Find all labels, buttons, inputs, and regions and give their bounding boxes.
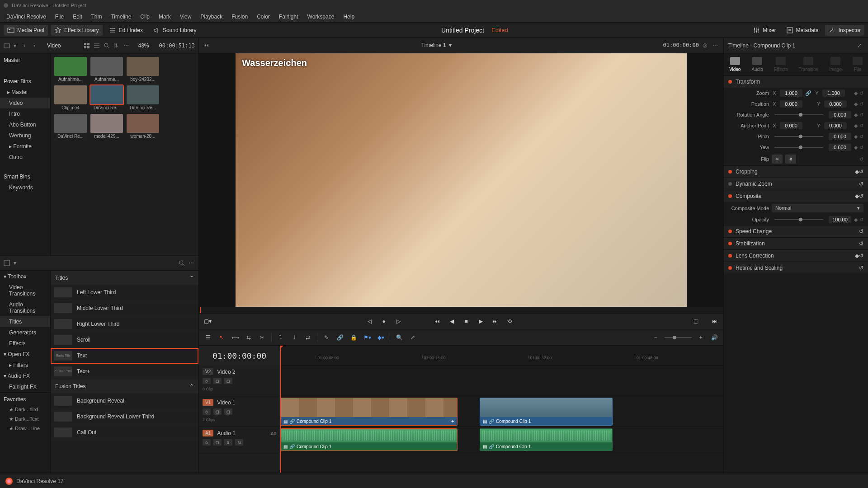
reset-icon[interactable]: ↺ <box>859 240 863 247</box>
composite-mode-select[interactable]: Normal▾ <box>772 204 863 212</box>
auto-select-icon[interactable]: ◇ <box>203 408 211 415</box>
overwrite-icon[interactable]: ⤓ <box>290 333 299 342</box>
title-preset[interactable]: Right Lower Third <box>51 316 198 332</box>
zoom-level[interactable]: 43% <box>138 42 149 49</box>
reset-icon[interactable]: ↺ <box>859 101 863 107</box>
loop-icon[interactable]: ⟲ <box>505 317 514 325</box>
fusion-title-preset[interactable]: Background Reveal Lower Third <box>51 409 198 425</box>
menu-item[interactable]: Trim <box>87 14 107 20</box>
stop-icon[interactable]: ■ <box>462 317 470 325</box>
insert-icon[interactable]: ⤵ <box>276 333 285 342</box>
pitch-slider[interactable] <box>774 136 823 137</box>
title-preset[interactable]: Middle Lower Third <box>51 300 198 316</box>
viewer-timecode[interactable]: 01:00:00:00 <box>663 42 699 48</box>
media-clip[interactable]: Clip.mp4 <box>54 85 87 110</box>
blade-tool-icon[interactable]: ✂ <box>258 333 267 342</box>
enable-toggle[interactable] <box>728 266 732 270</box>
favorite-item[interactable]: ★ Dark...Text <box>0 414 50 424</box>
edit-index-toggle[interactable]: Edit Index <box>105 25 146 36</box>
media-clip[interactable]: boy-24202... <box>127 57 159 82</box>
video-clip[interactable]: ▤🔗Compound Clip 1✦ <box>280 398 458 426</box>
video-clip[interactable]: ▤🔗Compound Clip 1 <box>480 398 613 426</box>
anchor-x-input[interactable]: 0.000 <box>780 122 802 129</box>
reset-icon[interactable]: ↺ <box>859 156 863 162</box>
menu-item[interactable]: Fairlight <box>274 14 303 20</box>
reset-icon[interactable]: ↺ <box>859 112 863 118</box>
title-preset[interactable]: Left Lower Third <box>51 285 198 300</box>
yaw-input[interactable]: 0.000 <box>829 144 851 151</box>
media-clip[interactable]: DaVinci Re... <box>54 114 87 139</box>
enable-toggle[interactable] <box>728 242 732 245</box>
smart-bins-header[interactable]: Smart Bins <box>0 170 50 182</box>
bin-video[interactable]: Video <box>0 98 50 108</box>
opacity-input[interactable]: 100.00 <box>829 216 851 223</box>
fx-video-transitions[interactable]: Video Transitions <box>0 282 50 299</box>
menu-item[interactable]: Help <box>339 14 359 20</box>
track-v1[interactable]: ▤🔗Compound Clip 1✦ ▤🔗Compound Clip 1 <box>280 396 723 427</box>
keyframe-icon[interactable]: ◆ <box>854 134 858 140</box>
timeline-ruler[interactable]: 01:00:08:00 01:00:16:00 01:00:32:00 01:0… <box>280 346 723 366</box>
audio-clip[interactable]: ▤🔗Compound Clip 1 <box>280 428 458 451</box>
zoom-fit-icon[interactable]: ⤢ <box>408 333 417 342</box>
mute-icon[interactable]: M <box>235 439 243 446</box>
audio-icon[interactable]: 🔊 <box>710 333 719 342</box>
next-edit-icon[interactable]: ▷ <box>394 317 402 325</box>
enable-toggle[interactable] <box>728 80 732 84</box>
timeline-view-icon[interactable]: ☰ <box>203 333 212 342</box>
fx-panel-icon[interactable] <box>4 260 10 266</box>
bin-intro[interactable]: Intro <box>0 108 50 119</box>
chevron-down-icon[interactable]: ▾ <box>14 260 20 266</box>
tab-effects[interactable]: Effects <box>774 57 788 72</box>
yaw-slider[interactable] <box>774 147 823 148</box>
bin-werbung[interactable]: Werbung <box>0 130 50 141</box>
viewer-scrubber[interactable] <box>199 307 723 313</box>
track-head-v1[interactable]: V1Video 1 ◇▢▢ 2 Clips <box>199 396 280 427</box>
toolbox-header[interactable]: ▾ Toolbox <box>0 271 50 282</box>
menu-item[interactable]: Fusion <box>227 14 252 20</box>
last-frame-icon[interactable]: ⏭ <box>711 317 719 325</box>
menu-item[interactable]: Clip <box>136 14 154 20</box>
link-icon[interactable]: 🔗 <box>335 333 344 342</box>
prev-frame-icon[interactable]: ◀ <box>448 317 456 325</box>
lock-icon[interactable]: 🔒 <box>349 333 358 342</box>
reset-icon[interactable]: ↺ <box>859 193 863 199</box>
marker-icon[interactable]: ◆▾ <box>376 333 385 342</box>
titles-section-header[interactable]: Titles⌃ <box>51 271 198 285</box>
keyframe-icon[interactable]: ◆ <box>854 123 858 129</box>
composite-header[interactable]: Composite◆↺ <box>724 190 868 202</box>
fx-audio-transitions[interactable]: Audio Transitions <box>0 299 50 316</box>
selection-tool-icon[interactable]: ↖ <box>217 333 226 342</box>
scrub-playhead[interactable] <box>200 307 201 313</box>
solo-icon[interactable]: S <box>224 439 232 446</box>
expand-icon[interactable]: ⤢ <box>857 42 863 49</box>
first-frame-icon[interactable]: ⏮ <box>433 317 441 325</box>
tab-file[interactable]: File <box>853 57 863 72</box>
prev-edit-icon[interactable]: ◁ <box>365 317 373 325</box>
fx-effects[interactable]: Effects <box>0 338 50 349</box>
menu-item[interactable]: Edit <box>68 14 87 20</box>
nav-forward-icon[interactable]: › <box>33 42 40 49</box>
viewer[interactable]: Wasserzeichen <box>199 53 723 307</box>
enable-toggle[interactable] <box>728 230 732 233</box>
lens-header[interactable]: Lens Correction◆↺ <box>724 250 868 262</box>
chevron-down-icon[interactable]: ▾ <box>14 42 20 49</box>
retime-header[interactable]: Retime and Scaling↺ <box>724 262 868 274</box>
timeline-name[interactable]: Timeline 1 <box>421 42 446 48</box>
master-bin[interactable]: Master <box>0 53 50 66</box>
reset-icon[interactable]: ↺ <box>859 265 863 271</box>
cropping-header[interactable]: Cropping◆↺ <box>724 166 868 178</box>
viewer-mode-icon[interactable]: ◎ <box>703 42 709 48</box>
tab-transition[interactable]: Transition <box>799 57 819 72</box>
rotation-slider[interactable] <box>774 114 823 115</box>
zoom-in-icon[interactable]: + <box>696 333 705 342</box>
zoom-slider[interactable] <box>665 337 692 338</box>
fusion-title-preset[interactable]: Call Out <box>51 425 198 441</box>
fusion-title-preset[interactable]: Background Reveal <box>51 393 198 409</box>
reset-icon[interactable]: ↺ <box>859 134 863 140</box>
enable-toggle[interactable] <box>728 194 732 198</box>
track-head-a1[interactable]: A1Audio 12.0 ◇▢SM <box>199 427 280 452</box>
enable-toggle[interactable] <box>728 170 732 174</box>
fx-filters[interactable]: ▸ Filters <box>0 360 50 371</box>
pos-x-input[interactable]: 0.000 <box>780 100 802 108</box>
track-v2[interactable] <box>280 366 723 396</box>
